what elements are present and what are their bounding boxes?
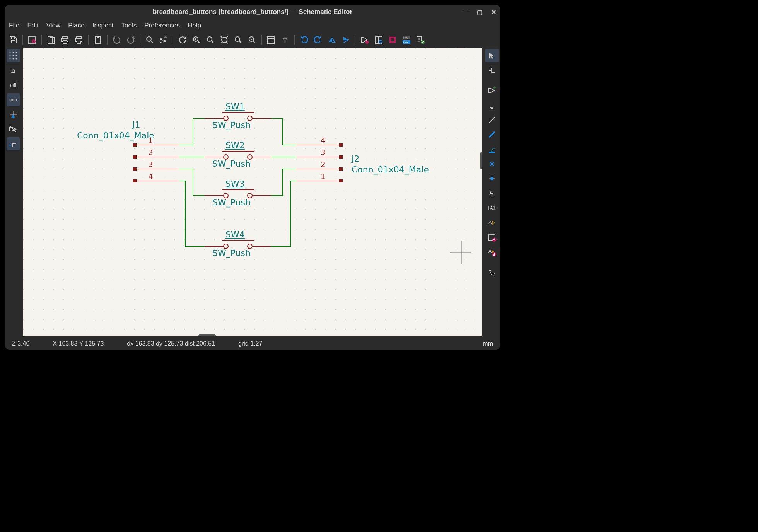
svg-point-33 [16, 55, 17, 56]
hierarchy-nav-icon[interactable] [265, 34, 277, 46]
svg-point-12 [222, 37, 227, 43]
svg-text:B: B [163, 39, 166, 44]
symbol-browser-icon[interactable] [373, 34, 384, 46]
svg-rect-42 [133, 156, 136, 158]
rotate-ccw-icon[interactable] [298, 34, 310, 46]
unit-mil-icon[interactable]: mil [7, 78, 20, 92]
rotate-cw-icon[interactable] [312, 34, 324, 46]
zoom-objects-icon[interactable] [232, 34, 244, 46]
save-icon[interactable] [7, 34, 19, 46]
vertical-scrollbar[interactable] [480, 152, 482, 169]
j2-value[interactable]: Conn_01x04_Male [352, 165, 429, 174]
undo-icon[interactable] [111, 34, 123, 46]
svg-rect-40 [133, 144, 136, 146]
add-global-label-icon[interactable]: A [485, 201, 499, 215]
horizontal-scrollbar[interactable] [198, 334, 216, 336]
sw2-value[interactable]: SW_Push [212, 159, 251, 169]
j2-ref[interactable]: J2 [352, 154, 360, 164]
add-bus-icon[interactable] [485, 128, 499, 141]
print-icon[interactable] [59, 34, 71, 46]
schematic-drawing[interactable] [23, 48, 471, 303]
menu-preferences[interactable]: Preferences [144, 22, 180, 29]
menu-file[interactable]: File [9, 22, 19, 29]
hidden-pins-icon[interactable] [7, 123, 20, 136]
svg-rect-5 [95, 37, 101, 43]
sw3-value[interactable]: SW_Push [212, 198, 251, 207]
footprint-assign-icon[interactable] [387, 34, 398, 46]
sw4-ref[interactable]: SW4 [225, 230, 245, 239]
top-toolbar: AB R??R42 [5, 32, 500, 48]
zoom-in-icon[interactable] [191, 34, 202, 46]
add-hier-label-icon[interactable]: A [485, 216, 499, 229]
zoom-out-icon[interactable] [205, 34, 216, 46]
sw4-value[interactable]: SW_Push [212, 248, 251, 258]
annotate-icon[interactable]: R??R42 [401, 34, 412, 46]
sw1-value[interactable]: SW_Push [212, 120, 251, 130]
plot-icon[interactable] [73, 34, 85, 46]
menu-tools[interactable]: Tools [121, 22, 137, 29]
symbol-editor-icon[interactable] [359, 34, 370, 46]
refresh-icon[interactable] [177, 34, 188, 46]
svg-point-2 [33, 41, 34, 42]
add-junction-icon[interactable] [485, 172, 499, 185]
add-symbol-icon[interactable]: + [485, 84, 499, 97]
menubar: File Edit View Place Inspect Tools Prefe… [5, 19, 500, 32]
schematic-setup-icon[interactable] [26, 34, 38, 46]
titlebar: breadboard_buttons [breadboard_buttons/]… [5, 5, 500, 19]
free-angle-icon[interactable] [7, 137, 20, 150]
j1-ref[interactable]: J1 [132, 120, 140, 130]
mirror-h-icon[interactable] [340, 34, 352, 46]
highlight-net-icon[interactable] [485, 64, 499, 77]
svg-text:+: + [493, 86, 496, 90]
svg-point-35 [13, 58, 14, 60]
menu-inspect[interactable]: Inspect [92, 22, 114, 29]
show-grid-icon[interactable] [7, 49, 20, 62]
svg-point-19 [379, 40, 382, 43]
zoom-fit-icon[interactable] [219, 34, 230, 46]
svg-point-80 [490, 177, 493, 180]
sw3-ref[interactable]: SW3 [225, 179, 245, 189]
svg-rect-52 [340, 168, 342, 170]
add-label-icon[interactable]: A [485, 187, 499, 200]
sw1-ref[interactable]: SW1 [225, 102, 245, 111]
unit-in-icon[interactable]: in [7, 64, 20, 77]
zoom-selection-icon[interactable] [246, 34, 258, 46]
import-sheet-pin-icon[interactable]: A [485, 246, 499, 259]
close-icon[interactable]: ✕ [491, 9, 496, 16]
minimize-icon[interactable]: — [462, 9, 468, 16]
leave-sheet-icon[interactable] [279, 34, 291, 46]
menu-place[interactable]: Place [68, 22, 85, 29]
svg-point-16 [365, 41, 369, 44]
find-replace-icon[interactable]: AB [158, 34, 169, 46]
add-line-icon[interactable] [485, 266, 499, 279]
right-toolbar: + A A A + A [484, 48, 500, 338]
select-tool-icon[interactable] [485, 49, 499, 62]
unit-mm-icon[interactable]: mm [7, 93, 20, 106]
add-sheet-icon[interactable]: + [485, 231, 499, 244]
page-settings-icon[interactable] [45, 34, 57, 46]
mirror-v-icon[interactable] [326, 34, 338, 46]
svg-rect-21 [391, 38, 394, 41]
maximize-icon[interactable]: ▢ [477, 9, 483, 16]
add-power-icon[interactable] [485, 99, 499, 112]
sw2-ref[interactable]: SW2 [225, 140, 245, 150]
status-grid: grid 1.27 [238, 340, 262, 347]
status-unit: mm [483, 340, 493, 347]
redo-icon[interactable] [125, 34, 137, 46]
statusbar: Z 3.40 X 163.83 Y 125.73 dx 163.83 dy 12… [5, 338, 500, 350]
canvas-viewport[interactable]: J1 Conn_01x04_Male 1 2 3 4 J2 Conn_01x04… [21, 48, 484, 338]
add-noconnect-icon[interactable] [485, 157, 499, 171]
svg-point-36 [16, 58, 17, 60]
j1-value[interactable]: Conn_01x04_Male [77, 131, 154, 140]
svg-point-29 [13, 52, 14, 53]
cursor-shape-icon[interactable] [7, 108, 20, 121]
add-wire-icon[interactable] [485, 113, 499, 126]
paste-icon[interactable] [92, 34, 104, 46]
menu-view[interactable]: View [46, 22, 61, 29]
erc-icon[interactable] [415, 34, 426, 46]
menu-edit[interactable]: Edit [27, 22, 38, 29]
svg-point-7 [147, 37, 151, 41]
add-bus-entry-icon[interactable] [485, 143, 499, 156]
menu-help[interactable]: Help [188, 22, 201, 29]
find-icon[interactable] [144, 34, 155, 46]
